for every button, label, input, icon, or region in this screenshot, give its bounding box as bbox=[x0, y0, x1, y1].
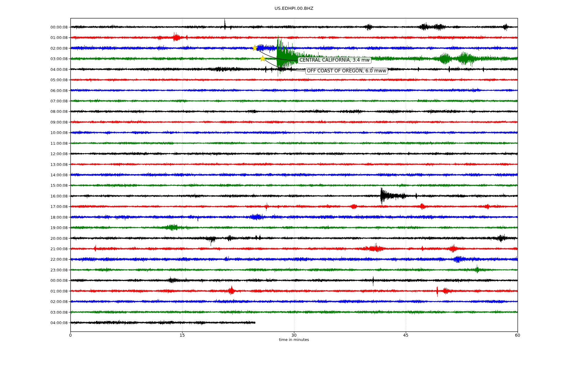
event-annotation-central-california: CENTRAL CALIFORNIA, 3.4 mw bbox=[298, 57, 371, 64]
row-time-label: 00:00:08 bbox=[51, 278, 68, 282]
x-tick-label: 60 bbox=[515, 333, 520, 338]
row-time-label: 18:00:08 bbox=[51, 215, 68, 219]
row-time-label: 16:00:08 bbox=[51, 194, 68, 198]
row-time-label: 07:00:08 bbox=[51, 99, 68, 103]
row-time-label: 11:00:08 bbox=[51, 141, 68, 145]
row-time-label: 02:00:08 bbox=[51, 300, 68, 304]
row-time-label: 02:00:08 bbox=[51, 46, 68, 50]
row-time-label: 10:00:08 bbox=[51, 131, 68, 135]
row-time-label: 01:00:08 bbox=[51, 289, 68, 293]
row-time-label: 12:00:08 bbox=[51, 152, 68, 156]
event-annotation-off-coast-of-oregon: OFF COAST OF OREGON, 6.0 mww bbox=[305, 68, 388, 75]
row-time-label: 14:00:08 bbox=[51, 173, 68, 177]
x-tick-label: 15 bbox=[179, 333, 185, 338]
x-axis-label: time in minutes bbox=[0, 337, 588, 342]
row-time-label: 00:00:08 bbox=[51, 25, 68, 29]
row-time-label: 13:00:08 bbox=[51, 163, 68, 167]
row-time-label: 03:00:08 bbox=[51, 310, 68, 314]
row-time-label: 22:00:08 bbox=[51, 257, 68, 261]
x-tick-label: 0 bbox=[69, 333, 72, 338]
row-time-label: 15:00:08 bbox=[51, 183, 68, 187]
row-time-label: 17:00:08 bbox=[51, 205, 68, 209]
x-tick-label: 30 bbox=[291, 333, 296, 338]
row-time-label: 03:00:08 bbox=[51, 57, 68, 61]
seismogram-canvas bbox=[0, 0, 588, 368]
row-time-label: 20:00:08 bbox=[51, 236, 68, 240]
page-title: US.EDHPI.00.BHZ bbox=[0, 6, 588, 11]
row-time-label: 04:00:08 bbox=[51, 67, 68, 71]
row-time-label: 08:00:08 bbox=[51, 109, 68, 113]
row-time-label: 05:00:08 bbox=[51, 78, 68, 82]
row-time-label: 23:00:08 bbox=[51, 268, 68, 272]
row-time-label: 06:00:08 bbox=[51, 89, 68, 93]
row-time-label: 04:00:08 bbox=[51, 321, 68, 325]
seismogram-figure: US.EDHPI.00.BHZ 00:00:0801:00:0802:00:08… bbox=[0, 0, 588, 368]
x-tick-label: 45 bbox=[403, 333, 408, 338]
row-time-label: 21:00:08 bbox=[51, 247, 68, 251]
row-time-label: 19:00:08 bbox=[51, 226, 68, 230]
row-time-label: 09:00:08 bbox=[51, 120, 68, 124]
row-time-label: 01:00:08 bbox=[51, 36, 68, 40]
